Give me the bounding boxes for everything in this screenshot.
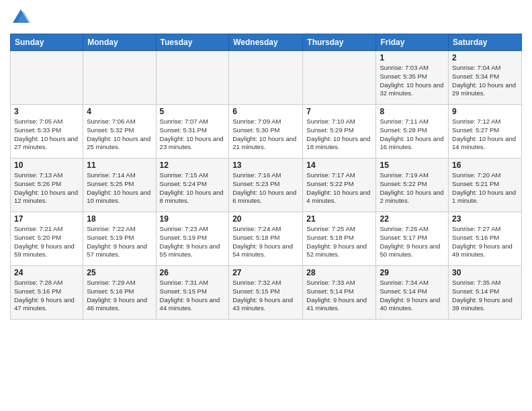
day-info: Sunrise: 7:29 AM Sunset: 5:16 PM Dayligh…	[87, 279, 152, 313]
day-number: 18	[87, 214, 152, 224]
day-number: 21	[306, 214, 372, 224]
calendar-cell	[303, 51, 376, 105]
day-number: 9	[452, 107, 518, 116]
calendar-cell: 15Sunrise: 7:19 AM Sunset: 5:22 PM Dayli…	[376, 158, 449, 212]
day-number: 5	[160, 107, 226, 116]
calendar-cell: 26Sunrise: 7:31 AM Sunset: 5:15 PM Dayli…	[156, 266, 229, 320]
day-info: Sunrise: 7:10 AM Sunset: 5:29 PM Dayligh…	[306, 118, 372, 152]
calendar-cell: 29Sunrise: 7:34 AM Sunset: 5:14 PM Dayli…	[376, 266, 449, 320]
calendar-cell: 18Sunrise: 7:22 AM Sunset: 5:19 PM Dayli…	[83, 212, 156, 266]
calendar-cell: 3Sunrise: 7:05 AM Sunset: 5:33 PM Daylig…	[11, 105, 83, 158]
day-info: Sunrise: 7:24 AM Sunset: 5:18 PM Dayligh…	[232, 225, 299, 259]
day-info: Sunrise: 7:32 AM Sunset: 5:15 PM Dayligh…	[232, 279, 299, 313]
weekday-header-thursday: Thursday	[303, 34, 376, 51]
day-number: 2	[452, 53, 518, 62]
calendar-cell: 9Sunrise: 7:12 AM Sunset: 5:27 PM Daylig…	[449, 105, 522, 158]
day-info: Sunrise: 7:23 AM Sunset: 5:19 PM Dayligh…	[160, 225, 226, 259]
day-info: Sunrise: 7:05 AM Sunset: 5:33 PM Dayligh…	[14, 118, 79, 152]
day-info: Sunrise: 7:34 AM Sunset: 5:14 PM Dayligh…	[380, 279, 445, 313]
day-info: Sunrise: 7:21 AM Sunset: 5:20 PM Dayligh…	[14, 225, 79, 259]
calendar-cell: 10Sunrise: 7:13 AM Sunset: 5:26 PM Dayli…	[11, 158, 83, 212]
calendar-cell: 2Sunrise: 7:04 AM Sunset: 5:34 PM Daylig…	[449, 51, 522, 105]
calendar-cell: 14Sunrise: 7:17 AM Sunset: 5:22 PM Dayli…	[303, 158, 376, 212]
weekday-header-monday: Monday	[83, 34, 156, 51]
day-info: Sunrise: 7:33 AM Sunset: 5:14 PM Dayligh…	[306, 279, 372, 313]
calendar-cell: 27Sunrise: 7:32 AM Sunset: 5:15 PM Dayli…	[229, 266, 303, 320]
calendar-cell: 12Sunrise: 7:15 AM Sunset: 5:24 PM Dayli…	[156, 158, 229, 212]
day-number: 3	[14, 107, 79, 116]
calendar-cell	[229, 51, 303, 105]
calendar-cell: 28Sunrise: 7:33 AM Sunset: 5:14 PM Dayli…	[303, 266, 376, 320]
day-number: 15	[380, 161, 445, 170]
calendar-cell: 6Sunrise: 7:09 AM Sunset: 5:30 PM Daylig…	[229, 105, 303, 158]
weekday-header-friday: Friday	[376, 34, 449, 51]
calendar-table: SundayMondayTuesdayWednesdayThursdayFrid…	[10, 34, 522, 320]
calendar-cell: 11Sunrise: 7:14 AM Sunset: 5:25 PM Dayli…	[83, 158, 156, 212]
day-number: 17	[14, 214, 79, 224]
day-number: 8	[380, 107, 445, 116]
weekday-header-tuesday: Tuesday	[156, 34, 229, 51]
weekday-header-row: SundayMondayTuesdayWednesdayThursdayFrid…	[11, 34, 522, 51]
calendar-cell: 1Sunrise: 7:03 AM Sunset: 5:35 PM Daylig…	[376, 51, 449, 105]
calendar-cell: 19Sunrise: 7:23 AM Sunset: 5:19 PM Dayli…	[156, 212, 229, 266]
calendar-cell	[11, 51, 83, 105]
day-number: 25	[87, 268, 152, 277]
logo	[10, 7, 34, 28]
day-info: Sunrise: 7:07 AM Sunset: 5:31 PM Dayligh…	[160, 118, 226, 152]
day-number: 7	[306, 107, 372, 116]
day-info: Sunrise: 7:25 AM Sunset: 5:18 PM Dayligh…	[306, 225, 372, 259]
calendar-cell: 4Sunrise: 7:06 AM Sunset: 5:32 PM Daylig…	[83, 105, 156, 158]
day-info: Sunrise: 7:15 AM Sunset: 5:24 PM Dayligh…	[160, 171, 226, 205]
day-info: Sunrise: 7:20 AM Sunset: 5:21 PM Dayligh…	[452, 171, 518, 205]
calendar-cell: 20Sunrise: 7:24 AM Sunset: 5:18 PM Dayli…	[229, 212, 303, 266]
calendar-cell: 24Sunrise: 7:28 AM Sunset: 5:16 PM Dayli…	[11, 266, 83, 320]
calendar-cell: 23Sunrise: 7:27 AM Sunset: 5:16 PM Dayli…	[449, 212, 522, 266]
calendar-week-3: 10Sunrise: 7:13 AM Sunset: 5:26 PM Dayli…	[11, 158, 522, 212]
calendar-cell: 13Sunrise: 7:16 AM Sunset: 5:23 PM Dayli…	[229, 158, 303, 212]
day-number: 24	[14, 268, 79, 277]
calendar-cell: 16Sunrise: 7:20 AM Sunset: 5:21 PM Dayli…	[449, 158, 522, 212]
day-number: 10	[14, 161, 79, 170]
day-info: Sunrise: 7:26 AM Sunset: 5:17 PM Dayligh…	[380, 225, 445, 259]
day-number: 13	[232, 161, 299, 170]
page: SundayMondayTuesdayWednesdayThursdayFrid…	[0, 0, 532, 326]
day-info: Sunrise: 7:27 AM Sunset: 5:16 PM Dayligh…	[452, 225, 518, 259]
calendar-week-5: 24Sunrise: 7:28 AM Sunset: 5:16 PM Dayli…	[11, 266, 522, 320]
calendar-cell: 5Sunrise: 7:07 AM Sunset: 5:31 PM Daylig…	[156, 105, 229, 158]
calendar-week-1: 1Sunrise: 7:03 AM Sunset: 5:35 PM Daylig…	[11, 51, 522, 105]
calendar-cell: 30Sunrise: 7:35 AM Sunset: 5:14 PM Dayli…	[449, 266, 522, 320]
calendar-cell: 8Sunrise: 7:11 AM Sunset: 5:28 PM Daylig…	[376, 105, 449, 158]
day-number: 11	[87, 161, 152, 170]
day-number: 19	[160, 214, 226, 224]
weekday-header-sunday: Sunday	[11, 34, 83, 51]
day-info: Sunrise: 7:13 AM Sunset: 5:26 PM Dayligh…	[14, 171, 79, 205]
day-info: Sunrise: 7:09 AM Sunset: 5:30 PM Dayligh…	[232, 118, 299, 152]
day-info: Sunrise: 7:28 AM Sunset: 5:16 PM Dayligh…	[14, 279, 79, 313]
day-number: 26	[160, 268, 226, 277]
day-number: 14	[306, 161, 372, 170]
day-number: 22	[380, 214, 445, 224]
day-number: 4	[87, 107, 152, 116]
day-number: 20	[232, 214, 299, 224]
calendar-week-4: 17Sunrise: 7:21 AM Sunset: 5:20 PM Dayli…	[11, 212, 522, 266]
day-number: 6	[232, 107, 299, 116]
day-number: 27	[232, 268, 299, 277]
day-info: Sunrise: 7:06 AM Sunset: 5:32 PM Dayligh…	[87, 118, 152, 152]
day-info: Sunrise: 7:03 AM Sunset: 5:35 PM Dayligh…	[380, 64, 445, 98]
day-info: Sunrise: 7:12 AM Sunset: 5:27 PM Dayligh…	[452, 118, 518, 152]
day-number: 30	[452, 268, 518, 277]
day-info: Sunrise: 7:14 AM Sunset: 5:25 PM Dayligh…	[87, 171, 152, 205]
day-number: 1	[380, 53, 445, 62]
calendar-cell: 7Sunrise: 7:10 AM Sunset: 5:29 PM Daylig…	[303, 105, 376, 158]
calendar-cell: 17Sunrise: 7:21 AM Sunset: 5:20 PM Dayli…	[11, 212, 83, 266]
day-number: 23	[452, 214, 518, 224]
header	[10, 7, 522, 28]
day-number: 29	[380, 268, 445, 277]
weekday-header-wednesday: Wednesday	[229, 34, 303, 51]
day-number: 28	[306, 268, 372, 277]
day-info: Sunrise: 7:22 AM Sunset: 5:19 PM Dayligh…	[87, 225, 152, 259]
logo-icon	[10, 7, 32, 28]
day-info: Sunrise: 7:04 AM Sunset: 5:34 PM Dayligh…	[452, 64, 518, 98]
weekday-header-saturday: Saturday	[449, 34, 522, 51]
calendar-cell: 25Sunrise: 7:29 AM Sunset: 5:16 PM Dayli…	[83, 266, 156, 320]
